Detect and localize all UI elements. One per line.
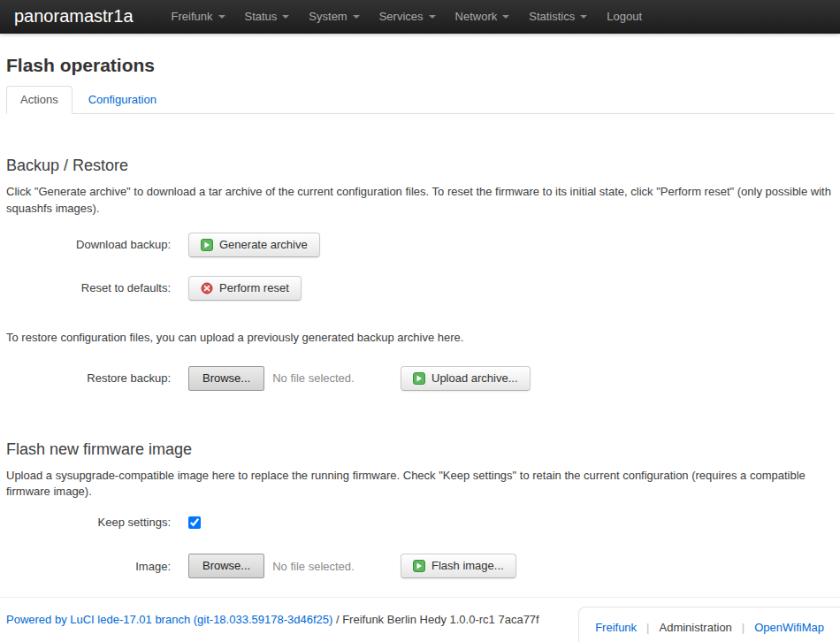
flash-firmware-section: Flash new firmware image Upload a sysupg… — [6, 440, 834, 579]
upload-archive-label: Upload archive... — [431, 371, 518, 386]
image-file-input: Browse... No file selected. — [188, 554, 401, 578]
firmware-version-text: / Freifunk Berlin Hedy 1.0.0-rc1 7aca77f — [332, 613, 538, 626]
nav-item-logout[interactable]: Logout — [597, 0, 652, 34]
download-backup-label: Download backup: — [6, 238, 171, 251]
page-footer: Powered by LuCI lede-17.01 branch (git-1… — [0, 597, 840, 642]
main-menu: Freifunk Status System Services Network … — [162, 0, 653, 34]
caret-down-icon — [218, 15, 225, 19]
caret-down-icon — [580, 15, 587, 19]
nav-item-label: Network — [455, 0, 498, 34]
nav-item-freifunk[interactable]: Freifunk — [162, 0, 235, 34]
nav-item-label: Freifunk — [172, 0, 213, 34]
tab-bar: Actions Configuration — [6, 86, 834, 114]
restore-backup-label: Restore backup: — [6, 371, 171, 385]
flash-description: Upload a sysupgrade-compatible image her… — [6, 468, 834, 501]
nav-item-label: Logout — [607, 0, 642, 34]
generate-archive-button[interactable]: Generate archive — [188, 233, 320, 257]
nav-item-services[interactable]: Services — [370, 0, 446, 34]
caret-down-icon — [429, 15, 436, 19]
nav-item-statistics[interactable]: Statistics — [519, 0, 597, 34]
separator: | — [646, 621, 649, 634]
perform-reset-button[interactable]: Perform reset — [188, 276, 302, 301]
nav-item-status[interactable]: Status — [235, 0, 300, 34]
caret-down-icon — [502, 15, 509, 19]
flash-image-label: Flash image... — [431, 559, 504, 573]
restore-backup-row: Restore backup: Browse... No file select… — [6, 366, 834, 391]
backup-description: Click "Generate archive" to download a t… — [6, 184, 834, 218]
tab-actions[interactable]: Actions — [6, 86, 73, 114]
footer-link-openwifimap[interactable]: OpenWifiMap — [754, 621, 824, 634]
keep-settings-row: Keep settings: — [6, 516, 834, 529]
reset-defaults-label: Reset to defaults: — [6, 281, 171, 294]
nav-item-label: System — [309, 0, 347, 34]
keep-settings-controls — [188, 516, 201, 529]
flash-image-button[interactable]: Flash image... — [401, 554, 516, 578]
apply-icon — [413, 372, 425, 385]
restore-file-input: Browse... No file selected. — [188, 366, 401, 391]
restore-browse-button[interactable]: Browse... — [188, 366, 264, 391]
caret-down-icon — [282, 15, 289, 19]
nav-item-system[interactable]: System — [299, 0, 369, 34]
top-navbar: panoramastr1a Freifunk Status System Ser… — [0, 0, 840, 34]
page-title: Flash operations — [6, 55, 834, 76]
image-controls: Browse... No file selected. Flash image.… — [188, 554, 516, 578]
image-browse-button[interactable]: Browse... — [188, 554, 264, 578]
section-title-backup-restore: Backup / Restore — [6, 157, 834, 175]
reset-defaults-controls: Perform reset — [188, 276, 302, 301]
footer-links-box: Freifunk | Administration | OpenWifiMap — [578, 607, 840, 642]
restore-note: To restore configuration files, you can … — [6, 330, 834, 347]
download-backup-row: Download backup: Generate archive — [6, 233, 834, 257]
backup-restore-section: Backup / Restore Click "Generate archive… — [6, 157, 834, 391]
nav-item-label: Services — [379, 0, 424, 34]
footer-link-administration[interactable]: Administration — [659, 621, 731, 634]
nav-item-label: Status — [245, 0, 278, 34]
separator: | — [742, 621, 745, 634]
nav-item-network[interactable]: Network — [446, 0, 520, 34]
caret-down-icon — [353, 15, 360, 19]
image-no-file-text: No file selected. — [272, 560, 355, 573]
hostname-brand[interactable]: panoramastr1a — [9, 6, 139, 27]
restore-backup-controls: Browse... No file selected. Upload archi… — [188, 366, 531, 391]
apply-icon — [413, 560, 425, 572]
page-content: Flash operations Actions Configuration B… — [0, 34, 840, 597]
keep-settings-checkbox[interactable] — [188, 516, 201, 529]
reset-icon — [201, 282, 213, 294]
perform-reset-label: Perform reset — [219, 281, 289, 295]
luci-version-link[interactable]: Powered by LuCI lede-17.01 branch (git-1… — [6, 613, 332, 626]
apply-icon — [201, 239, 213, 251]
section-title-flash-firmware: Flash new firmware image — [6, 440, 834, 459]
upload-archive-button[interactable]: Upload archive... — [401, 366, 531, 391]
image-row: Image: Browse... No file selected. Flash… — [6, 554, 834, 578]
image-label: Image: — [6, 560, 171, 573]
tab-configuration[interactable]: Configuration — [74, 86, 171, 114]
nav-item-label: Statistics — [529, 0, 575, 34]
download-backup-controls: Generate archive — [188, 233, 320, 257]
reset-defaults-row: Reset to defaults: Perform reset — [6, 276, 834, 301]
generate-archive-label: Generate archive — [219, 238, 308, 252]
restore-no-file-text: No file selected. — [272, 371, 355, 385]
footer-link-freifunk[interactable]: Freifunk — [595, 621, 637, 634]
keep-settings-label: Keep settings: — [6, 516, 171, 529]
powered-by: Powered by LuCI lede-17.01 branch (git-1… — [6, 613, 539, 626]
